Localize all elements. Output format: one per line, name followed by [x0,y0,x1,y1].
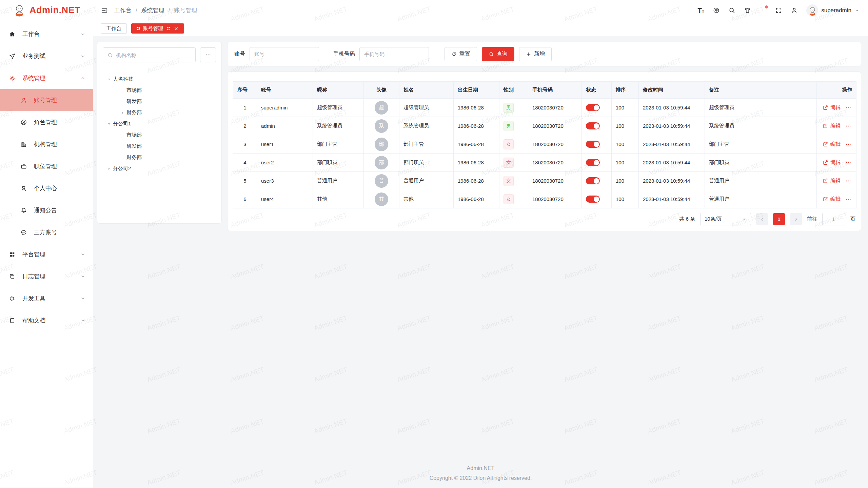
row-more-button[interactable] [845,160,851,166]
avatar: 其 [375,192,388,206]
tree-node-6[interactable]: 研发部 [103,141,216,152]
tab-close-icon[interactable] [174,26,179,31]
font-size-icon[interactable]: TT [698,7,705,14]
row-more-button[interactable] [845,141,851,147]
caret-open-icon[interactable] [105,122,113,126]
sidebar-item-6[interactable]: 职位管理 [0,155,93,177]
add-button[interactable]: 新增 [519,47,552,61]
tab-active-dot [137,27,140,30]
sidebar-item-4[interactable]: 角色管理 [0,111,93,133]
cell-avatar: 超 [364,99,399,117]
column-header-11: 备注 [705,82,817,99]
divider [97,68,221,68]
tab-refresh-icon[interactable] [166,26,171,31]
fullscreen-icon[interactable] [775,7,782,14]
tree-node-8[interactable]: 分公司2 [103,163,216,174]
cell-ops: 编辑 [817,190,856,208]
tree-node-3[interactable]: 财务部 [103,107,216,118]
column-header-10: 修改时间 [639,82,705,99]
column-header-3: 头像 [364,82,399,99]
cell-phone: 18020030720 [528,190,582,208]
chevron-up-icon [80,76,85,81]
cell-name: 其他 [399,190,454,208]
row-more-button[interactable] [845,178,851,184]
caret-closed-icon[interactable] [119,111,126,115]
cell-birth: 1986-06-28 [454,99,499,117]
page-1-button[interactable]: 1 [773,213,785,225]
breadcrumb-item-2[interactable]: 账号管理 [174,6,197,14]
sidebar-item-12[interactable]: 开发工具 [0,287,93,309]
user-outline-icon[interactable] [791,7,798,14]
row-actions: 编辑 [821,104,852,111]
row-more-button[interactable] [845,123,851,129]
tree-node-label: 分公司1 [113,121,131,127]
avatar: 普 [375,174,388,188]
breadcrumb-item-1[interactable]: 系统管理 [141,6,164,14]
sidebar-item-3[interactable]: 账号管理 [0,89,93,111]
copy-icon [9,273,16,280]
search-icon[interactable] [728,7,735,14]
row-more-button[interactable] [845,196,851,202]
account-input[interactable] [250,47,319,61]
phone-input[interactable] [359,47,429,61]
sidebar-item-1[interactable]: 业务测试 [0,45,93,67]
query-button[interactable]: 查询 [482,47,514,61]
org-search-input[interactable] [116,52,191,58]
breadcrumb-item-0[interactable]: 工作台 [114,6,132,14]
caret-closed-icon[interactable] [105,167,113,171]
edit-button[interactable]: 编辑 [823,104,841,111]
edit-button[interactable]: 编辑 [823,159,841,166]
row-more-button[interactable] [845,105,851,111]
tree-node-7[interactable]: 财务部 [103,152,216,163]
sidebar-item-9[interactable]: 三方账号 [0,221,93,243]
status-toggle[interactable] [586,104,600,111]
sidebar-item-5[interactable]: 机构管理 [0,133,93,155]
sidebar-item-7[interactable]: 个人中心 [0,177,93,199]
sidebar-item-11[interactable]: 日志管理 [0,265,93,287]
sidebar-item-8[interactable]: 通知公告 [0,199,93,221]
sidebar-item-0[interactable]: 工作台 [0,23,93,45]
notification-bell-icon[interactable] [760,7,767,14]
caret-open-icon[interactable] [105,77,113,81]
org-more-button[interactable] [200,47,216,62]
status-toggle[interactable] [586,141,600,148]
tab-0[interactable]: 工作台 [101,23,127,34]
status-toggle[interactable] [586,177,600,184]
user-menu[interactable]: superadmin [806,4,859,16]
cell-remark: 普通用户 [705,190,817,208]
edit-button[interactable]: 编辑 [823,141,841,147]
prev-page-button[interactable] [756,213,768,225]
page-size-select[interactable]: 10条/页 [700,213,751,225]
cell-order: 100 [612,99,639,117]
bell-icon [20,207,27,214]
edit-button[interactable]: 编辑 [823,123,841,129]
next-page-button[interactable] [790,213,802,225]
status-toggle[interactable] [586,159,600,166]
cell-status [582,99,612,117]
cell-index: 6 [233,190,257,208]
menu-collapse-icon[interactable] [101,7,108,14]
status-toggle[interactable] [586,196,600,203]
tab-1[interactable]: 账号管理 [131,23,184,34]
gender-tag: 女 [504,194,514,204]
language-icon[interactable] [713,7,720,14]
cell-gender: 男 [499,117,528,135]
goto-page-input[interactable] [822,213,845,225]
reset-button[interactable]: 重置 [445,47,477,61]
edit-button[interactable]: 编辑 [823,196,841,202]
tree-node-0[interactable]: 大名科技 [103,74,216,85]
tree-node-1[interactable]: 市场部 [103,85,216,96]
search-icon [489,52,494,57]
sidebar-item-2[interactable]: 系统管理 [0,67,93,89]
logo[interactable]: Admin.NET [0,0,93,21]
sidebar-item-13[interactable]: 帮助文档 [0,309,93,331]
footer-title: Admin.NET [93,464,868,473]
sidebar-item-10[interactable]: 平台管理 [0,243,93,265]
tree-node-4[interactable]: 分公司1 [103,118,216,129]
tree-node-2[interactable]: 研发部 [103,96,216,107]
tree-node-5[interactable]: 市场部 [103,129,216,141]
status-toggle[interactable] [586,122,600,129]
row-actions: 编辑 [821,178,852,184]
theme-shirt-icon[interactable] [744,7,751,14]
edit-button[interactable]: 编辑 [823,178,841,184]
